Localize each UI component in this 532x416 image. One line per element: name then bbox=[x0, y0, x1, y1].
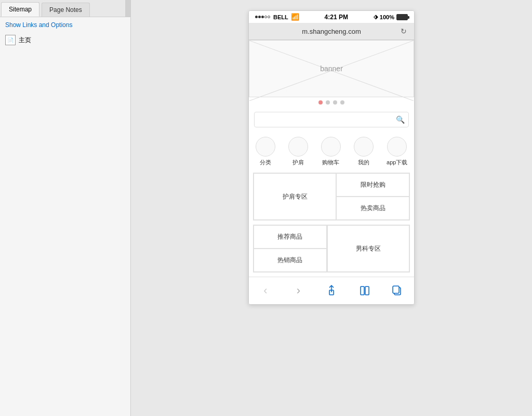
signal-dot-5 bbox=[268, 16, 270, 18]
status-time: 4:21 PM bbox=[325, 14, 348, 21]
search-input[interactable] bbox=[254, 112, 409, 127]
show-links-options[interactable]: Show Links and Options bbox=[0, 17, 130, 33]
sitemap-item-label: 主页 bbox=[19, 36, 31, 45]
banner-label: banner bbox=[320, 64, 343, 73]
refresh-button[interactable]: ↻ bbox=[398, 26, 409, 36]
nav-circle-classify bbox=[256, 137, 275, 157]
svg-rect-4 bbox=[365, 287, 369, 295]
battery-icon bbox=[396, 14, 408, 20]
search-wrapper: 🔍 bbox=[254, 112, 409, 127]
share-button[interactable] bbox=[322, 281, 341, 300]
tabs-bar: Sitemap Page Notes bbox=[0, 0, 130, 17]
search-bar: 🔍 bbox=[249, 108, 414, 132]
nav-circle-mine bbox=[354, 137, 374, 157]
svg-rect-3 bbox=[361, 287, 364, 295]
status-left: BELL 📶 bbox=[255, 13, 299, 21]
signal-dot-1 bbox=[255, 16, 258, 18]
grid-cell-recommend[interactable]: 推荐商品 bbox=[254, 225, 327, 249]
wifi-icon: 📶 bbox=[291, 13, 299, 21]
status-right: ⬗ 100% bbox=[374, 14, 408, 20]
bookmark-icon bbox=[359, 285, 370, 296]
carrier-label: BELL bbox=[273, 14, 288, 20]
nav-label-appdownload: app下载 bbox=[387, 159, 407, 166]
dot-1 bbox=[318, 100, 323, 105]
tab-sitemap[interactable]: Sitemap bbox=[1, 2, 39, 17]
bookmark-button[interactable] bbox=[355, 281, 374, 300]
search-icon: 🔍 bbox=[396, 115, 405, 124]
nav-item-classify[interactable]: 分类 bbox=[256, 137, 275, 166]
signal-dot-3 bbox=[261, 16, 264, 18]
panel-resize-handle[interactable] bbox=[125, 0, 130, 17]
sitemap-item-homepage[interactable]: 📄 主页 bbox=[0, 33, 130, 47]
signal-dots bbox=[255, 16, 270, 18]
nav-item-appdownload[interactable]: app下载 bbox=[387, 137, 407, 166]
bluetooth-icon: ⬗ bbox=[374, 14, 378, 20]
tab-page-notes[interactable]: Page Notes bbox=[42, 3, 90, 17]
back-button[interactable]: ‹ bbox=[256, 281, 275, 300]
nav-item-shoulder[interactable]: 护肩 bbox=[288, 137, 308, 166]
signal-dot-4 bbox=[264, 16, 267, 18]
url-bar: m.shangcheng.com ↻ bbox=[249, 23, 414, 40]
page-icon: 📄 bbox=[7, 37, 14, 43]
mobile-frame: BELL 📶 4:21 PM ⬗ 100% m.shangcheng.com ↻ bbox=[248, 10, 415, 305]
status-bar: BELL 📶 4:21 PM ⬗ 100% bbox=[249, 11, 414, 23]
grid-row-2: 推荐商品 热销商品 男科专区 bbox=[254, 225, 409, 272]
grid-cell-mens-zone[interactable]: 男科专区 bbox=[327, 225, 410, 272]
tabs-button[interactable] bbox=[388, 281, 407, 300]
dot-3 bbox=[333, 100, 337, 105]
tabs-icon bbox=[392, 285, 403, 296]
grid-cell-flash-sale[interactable]: 限时抢购 bbox=[336, 173, 409, 197]
nav-item-cart[interactable]: 购物车 bbox=[321, 137, 341, 166]
grid-cell-shoulder-zone[interactable]: 护肩专区 bbox=[254, 173, 336, 220]
nav-icons: 分类 护肩 购物车 我的 app下载 bbox=[249, 132, 414, 168]
url-text[interactable]: m.shangcheng.com bbox=[264, 28, 398, 35]
forward-button[interactable]: › bbox=[289, 281, 308, 300]
grid-cell-bestseller[interactable]: 热销商品 bbox=[254, 249, 327, 272]
nav-circle-cart bbox=[321, 137, 341, 157]
dot-4 bbox=[340, 100, 344, 105]
main-content: BELL 📶 4:21 PM ⬗ 100% m.shangcheng.com ↻ bbox=[131, 0, 532, 416]
grid-right-col: 限时抢购 热卖商品 bbox=[336, 173, 409, 220]
nav-label-cart: 购物车 bbox=[322, 159, 339, 166]
nav-item-mine[interactable]: 我的 bbox=[354, 137, 374, 166]
battery-percentage: 100% bbox=[380, 14, 394, 20]
banner: banner bbox=[249, 40, 414, 97]
svg-rect-6 bbox=[393, 286, 399, 293]
dot-2 bbox=[326, 100, 330, 105]
grid-section-1: 护肩专区 限时抢购 热卖商品 bbox=[253, 173, 410, 220]
left-panel: Sitemap Page Notes Show Links and Option… bbox=[0, 0, 131, 416]
grid-cell-hot-goods[interactable]: 热卖商品 bbox=[336, 197, 409, 220]
nav-circle-appdownload bbox=[387, 137, 407, 157]
grid-left-col: 推荐商品 热销商品 bbox=[254, 225, 327, 272]
page-content: banner 🔍 分类 bbox=[249, 40, 414, 277]
share-icon bbox=[326, 285, 337, 296]
nav-circle-shoulder bbox=[288, 137, 308, 157]
bottom-toolbar: ‹ › bbox=[249, 277, 414, 304]
nav-label-shoulder: 护肩 bbox=[292, 159, 304, 166]
grid-section-2: 推荐商品 热销商品 男科专区 bbox=[253, 225, 410, 272]
nav-label-classify: 分类 bbox=[260, 159, 271, 166]
grid-row-1: 护肩专区 限时抢购 热卖商品 bbox=[254, 173, 409, 220]
signal-dot-2 bbox=[258, 16, 261, 18]
nav-label-mine: 我的 bbox=[358, 159, 369, 166]
sitemap-item-icon: 📄 bbox=[5, 35, 16, 45]
